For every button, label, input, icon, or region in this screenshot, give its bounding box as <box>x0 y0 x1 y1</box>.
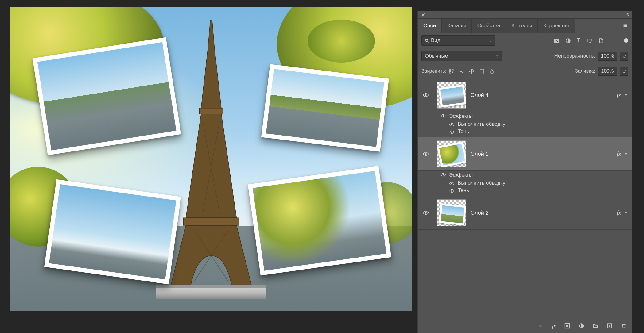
fill-stepper[interactable]: ▽ <box>620 67 628 76</box>
effect-stroke[interactable]: Выполнить обводку <box>458 121 505 127</box>
svg-marker-1 <box>201 49 221 108</box>
fx-badge[interactable]: fx <box>617 209 621 216</box>
link-layers-icon[interactable] <box>538 323 543 329</box>
new-group-icon[interactable] <box>593 323 598 329</box>
layer-thumbnail[interactable] <box>437 82 466 109</box>
layer-filter-dropdown[interactable]: Вид ▽ <box>421 35 495 46</box>
lock-image-icon[interactable] <box>459 68 464 74</box>
effect-stroke[interactable]: Выполнить обводку <box>458 180 505 186</box>
blend-mode-value: Обычные <box>425 53 448 59</box>
photo-card[interactable] <box>44 179 181 284</box>
visibility-toggle[interactable] <box>449 129 455 134</box>
add-mask-icon[interactable] <box>564 323 570 329</box>
tab-paths[interactable]: Контуры <box>506 19 538 33</box>
svg-marker-0 <box>208 20 215 49</box>
layers-panel: Слои Каналы Свойства Контуры Коррекция В… <box>417 11 632 333</box>
layer-panel-footer: fx <box>418 319 632 333</box>
delete-layer-icon[interactable] <box>621 323 627 329</box>
new-layer-icon[interactable] <box>607 323 612 329</box>
svg-point-31 <box>451 183 453 185</box>
visibility-toggle[interactable] <box>449 181 455 185</box>
layer-filter-label: Вид <box>431 37 440 44</box>
svg-rect-4 <box>183 218 239 225</box>
layer-name[interactable]: Слой 1 <box>471 151 489 157</box>
layer-thumbnail[interactable] <box>437 140 466 167</box>
layer-thumbnail[interactable] <box>437 199 466 226</box>
opacity-value[interactable]: 100% <box>598 52 617 61</box>
filter-pixel-icon[interactable] <box>554 37 559 44</box>
photo-card[interactable] <box>33 37 181 155</box>
lock-artboard-icon[interactable] <box>479 68 484 74</box>
svg-point-25 <box>425 94 426 96</box>
layer-row[interactable]: Слой 4 fx ᐱ <box>418 78 632 112</box>
layer-row[interactable]: Слой 2 fx ᐱ <box>418 196 632 230</box>
lock-all-icon[interactable] <box>489 68 495 74</box>
svg-point-29 <box>425 153 426 155</box>
visibility-toggle[interactable] <box>422 152 429 156</box>
svg-rect-24 <box>491 71 493 73</box>
svg-rect-14 <box>588 39 591 42</box>
fill-label: Заливка: <box>575 68 595 74</box>
layer-row[interactable]: Слой 1 fx ᐱ <box>418 137 632 171</box>
document-canvas[interactable] <box>10 7 412 311</box>
lock-position-icon[interactable] <box>469 68 474 74</box>
effects-caret[interactable]: ᐱ <box>625 93 627 97</box>
tab-properties[interactable]: Свойства <box>472 19 506 33</box>
effects-caret[interactable]: ᐱ <box>625 211 627 215</box>
svg-marker-3 <box>186 114 237 218</box>
add-adjustment-icon[interactable] <box>579 323 584 329</box>
svg-rect-2 <box>200 108 223 114</box>
photo-card[interactable] <box>248 166 391 276</box>
filter-toggle-icon[interactable] <box>624 38 628 43</box>
blend-mode-dropdown[interactable]: Обычные ▽ <box>421 51 502 61</box>
svg-point-28 <box>451 132 453 133</box>
fx-badge[interactable]: fx <box>617 151 621 157</box>
filter-text-icon[interactable]: T <box>577 37 580 44</box>
close-icon[interactable] <box>420 12 426 18</box>
svg-point-26 <box>443 115 444 117</box>
fx-badge[interactable]: fx <box>617 92 621 98</box>
fill-value[interactable]: 100% <box>598 67 617 76</box>
layer-list[interactable]: Слой 4 fx ᐱ Эффекты Выполнить о <box>418 78 632 319</box>
effects-caret[interactable]: ᐱ <box>625 152 627 156</box>
layer-name[interactable]: Слой 4 <box>471 92 489 98</box>
visibility-toggle[interactable] <box>449 122 455 126</box>
opacity-label: Непрозрачность: <box>554 53 595 59</box>
visibility-toggle[interactable] <box>422 211 429 215</box>
svg-point-35 <box>566 325 568 327</box>
svg-point-27 <box>451 124 453 126</box>
photo-card[interactable] <box>261 64 389 152</box>
effects-group: Эффекты Выполнить обводку Тень <box>418 171 632 196</box>
svg-rect-15 <box>449 69 451 71</box>
lock-transparency-icon[interactable] <box>449 68 454 74</box>
svg-line-10 <box>428 41 429 43</box>
tab-channels[interactable]: Каналы <box>442 19 471 33</box>
filter-adjust-icon[interactable] <box>565 37 571 44</box>
collapse-icon[interactable] <box>624 12 630 18</box>
visibility-toggle[interactable] <box>449 188 455 193</box>
svg-point-12 <box>555 40 556 41</box>
layer-name[interactable]: Слой 2 <box>471 210 489 216</box>
effects-title: Эффекты <box>449 113 473 119</box>
svg-point-32 <box>451 190 453 192</box>
tab-layers[interactable]: Слои <box>418 19 442 33</box>
svg-rect-19 <box>480 70 483 73</box>
effects-group: Эффекты Выполнить обводку Тень <box>418 112 632 137</box>
svg-point-30 <box>443 174 444 176</box>
effect-shadow[interactable]: Тень <box>458 128 469 135</box>
visibility-toggle[interactable] <box>422 93 429 97</box>
lock-label: Закрепить: <box>421 68 446 74</box>
panel-menu-icon[interactable] <box>618 19 632 33</box>
svg-point-9 <box>425 39 428 42</box>
opacity-stepper[interactable]: ▽ <box>620 52 628 61</box>
filter-smart-icon[interactable] <box>598 37 604 44</box>
add-style-icon[interactable]: fx <box>552 323 556 329</box>
svg-rect-16 <box>452 69 453 71</box>
svg-rect-18 <box>452 72 453 73</box>
visibility-toggle[interactable] <box>440 114 446 118</box>
filter-shape-icon[interactable] <box>587 37 592 44</box>
visibility-toggle[interactable] <box>440 173 446 177</box>
search-icon <box>425 38 429 43</box>
tab-adjustments[interactable]: Коррекция <box>538 19 575 33</box>
effect-shadow[interactable]: Тень <box>458 187 469 193</box>
